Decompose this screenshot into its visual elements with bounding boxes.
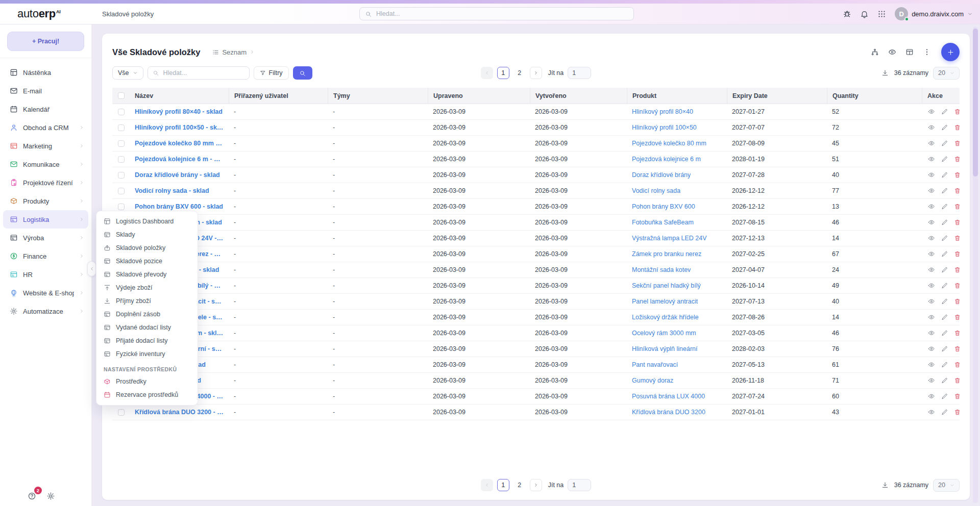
product-link[interactable]: Zámek pro branku nerez: [632, 250, 701, 258]
table-row[interactable]: Pant navařovací - sklad - - 2026-03-09 2…: [112, 357, 960, 373]
sidebar-item-website-e-shop[interactable]: Website & E-shop: [3, 284, 88, 302]
view-button[interactable]: [927, 297, 936, 306]
sidebar-item-automatizace[interactable]: Automatizace: [3, 302, 88, 320]
item-name-link[interactable]: Hliníkový profil 80×40 - sklad: [135, 108, 223, 115]
column-header-nazev[interactable]: Název: [130, 88, 229, 104]
product-link[interactable]: Ocelový rám 3000 mm: [632, 330, 696, 337]
delete-button[interactable]: [953, 408, 960, 417]
product-link[interactable]: Doraz křídlové brány: [632, 171, 691, 179]
table-search[interactable]: [148, 66, 250, 80]
submenu-item-skladove-polozky[interactable]: Skladové položky: [96, 241, 198, 255]
goto-page-input[interactable]: [568, 67, 591, 79]
product-link[interactable]: Fotobuňka SafeBeam: [632, 219, 694, 226]
view-button[interactable]: [927, 218, 936, 227]
column-header-akce[interactable]: Akce: [922, 88, 960, 104]
delete-button[interactable]: [953, 313, 960, 322]
table-row[interactable]: Výstražná lampa LED 24V - sklad - - 2026…: [112, 231, 960, 246]
table-row[interactable]: Ložiskový držák hřídele - sklad - - 2026…: [112, 310, 960, 325]
delete-button[interactable]: [953, 328, 960, 338]
delete-button[interactable]: [953, 265, 960, 274]
table-row[interactable]: Zámek pro branku nerez - sklad - - 2026-…: [112, 246, 960, 262]
product-link[interactable]: Gumový doraz: [632, 377, 673, 384]
view-button[interactable]: [927, 360, 936, 369]
sidebar-item-logistika[interactable]: Logistika: [3, 210, 88, 229]
view-button[interactable]: [927, 313, 936, 322]
edit-button[interactable]: [940, 392, 949, 401]
column-header-expiry-date[interactable]: Expiry Date: [727, 88, 827, 104]
sidebar-item-projektove-rizeni[interactable]: Projektové řízení: [3, 173, 88, 192]
sidebar-item-e-mail[interactable]: E-mail: [3, 82, 88, 100]
edit-button[interactable]: [940, 360, 949, 369]
edit-button[interactable]: [940, 249, 949, 259]
page-button-1[interactable]: 1: [497, 67, 509, 79]
delete-button[interactable]: [953, 170, 960, 180]
item-name-link[interactable]: Pojezdová kolejnice 6 m - sklad: [135, 156, 224, 163]
item-name-link[interactable]: Pojezdové kolečko 80 mm - sklad: [135, 140, 224, 147]
table-row[interactable]: Fotobuňka SafeBeam - sklad - - 2026-03-0…: [112, 215, 960, 231]
table-row[interactable]: Pojezdové kolečko 80 mm - sklad - - 2026…: [112, 136, 960, 151]
table-row[interactable]: Pohon brány BXV 600 - sklad - - 2026-03-…: [112, 199, 960, 215]
page-size-select[interactable]: 20: [933, 479, 960, 492]
delete-button[interactable]: [953, 186, 960, 195]
delete-button[interactable]: [953, 392, 960, 401]
page-button-2[interactable]: 2: [513, 479, 526, 491]
table-row[interactable]: Panel lamelový antracit - sklad - - 2026…: [112, 294, 960, 310]
delete-button[interactable]: [953, 281, 960, 290]
table-view-button[interactable]: [902, 45, 917, 59]
edit-button[interactable]: [940, 123, 949, 132]
edit-button[interactable]: [940, 234, 949, 243]
product-link[interactable]: Křídlová brána DUO 3200: [632, 409, 705, 416]
view-button[interactable]: [927, 107, 936, 116]
table-row[interactable]: Hliníkový profil 100×50 - sklad - - 2026…: [112, 120, 960, 136]
edit-button[interactable]: [940, 265, 949, 274]
edit-button[interactable]: [940, 186, 949, 195]
edit-button[interactable]: [940, 376, 949, 385]
row-checkbox[interactable]: [118, 124, 125, 131]
table-row[interactable]: Montážní sada kotev - sklad - - 2026-03-…: [112, 262, 960, 278]
delete-button[interactable]: [953, 344, 960, 353]
view-button[interactable]: [927, 202, 936, 211]
column-header-produkt[interactable]: Produkt: [627, 88, 727, 104]
page-scrollbar[interactable]: [973, 27, 978, 503]
prev-page-button[interactable]: [481, 67, 493, 79]
delete-button[interactable]: [953, 123, 960, 132]
goto-page-input[interactable]: [568, 479, 591, 491]
view-button[interactable]: [927, 123, 936, 132]
edit-button[interactable]: [940, 408, 949, 417]
view-button[interactable]: [927, 281, 936, 290]
delete-button[interactable]: [953, 297, 960, 306]
edit-button[interactable]: [940, 170, 949, 180]
global-search[interactable]: [359, 7, 634, 20]
more-options-button[interactable]: [920, 45, 934, 59]
apps-button[interactable]: [875, 8, 888, 20]
table-row[interactable]: Doraz křídlové brány - sklad - - 2026-03…: [112, 167, 960, 183]
column-header-upraveno[interactable]: Upraveno: [428, 88, 530, 104]
product-link[interactable]: Ložiskový držák hřídele: [632, 314, 699, 321]
product-link[interactable]: Panel lamelový antracit: [632, 298, 698, 305]
preview-button[interactable]: [885, 45, 899, 59]
sidebar-item-finance[interactable]: Finance: [3, 247, 88, 265]
item-name-link[interactable]: Pohon brány BXV 600 - sklad: [135, 203, 223, 210]
item-name-link[interactable]: Doraz křídlové brány - sklad: [135, 171, 220, 179]
row-checkbox[interactable]: [118, 109, 125, 115]
sidebar-collapse-button[interactable]: [87, 261, 96, 276]
table-row[interactable]: Pojezdová kolejnice 6 m - sklad - - 2026…: [112, 151, 960, 167]
view-button[interactable]: [927, 170, 936, 180]
search-submit-button[interactable]: [293, 66, 312, 80]
account-menu[interactable]: D demo.draivix.com: [895, 7, 973, 20]
submenu-item-vydeje-zbozi[interactable]: Výdeje zboží: [96, 281, 198, 294]
view-button[interactable]: [927, 392, 936, 401]
notifications-button[interactable]: [858, 8, 871, 20]
help-button[interactable]: 2: [27, 491, 37, 501]
submenu-item-rezervace-prostredku[interactable]: Rezervace prostředků: [96, 388, 198, 401]
scope-select[interactable]: Vše: [112, 66, 143, 80]
product-link[interactable]: Montážní sada kotev: [632, 266, 691, 273]
view-button[interactable]: [927, 328, 936, 338]
delete-button[interactable]: [953, 234, 960, 243]
view-button[interactable]: [927, 186, 936, 195]
sidebar-item-kalendar[interactable]: Kalendář: [3, 100, 88, 118]
submenu-item-vydane-dodaci-listy[interactable]: Vydané dodací listy: [96, 321, 198, 334]
submenu-item-skladove-pozice[interactable]: Skladové pozice: [96, 255, 198, 268]
product-link[interactable]: Pant navařovací: [632, 361, 678, 368]
row-checkbox[interactable]: [118, 140, 125, 147]
